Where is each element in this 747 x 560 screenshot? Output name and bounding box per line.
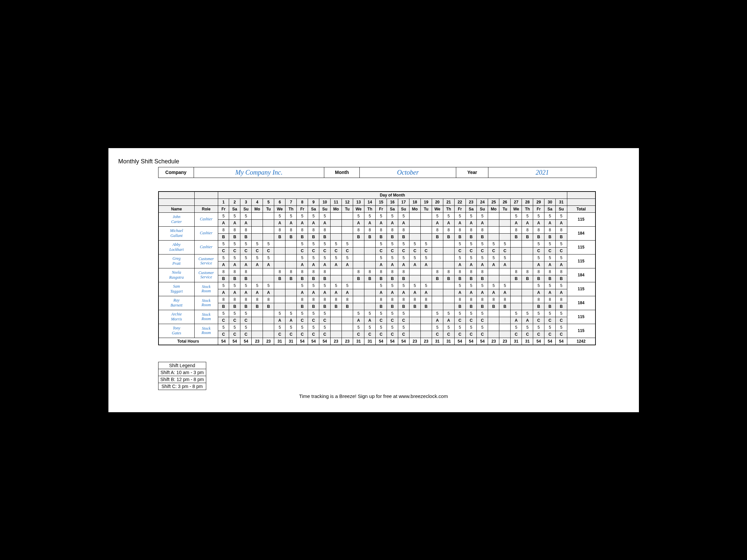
shift-cell: A — [387, 289, 398, 296]
column-total: 54 — [319, 338, 331, 345]
hours-cell — [342, 310, 353, 317]
shift-cell — [342, 317, 353, 324]
weekday-header: Th — [522, 206, 533, 212]
shift-cell — [499, 275, 511, 282]
employee-shift-row: CCCCCCCCCCCCCCCCCCCCCCC — [158, 247, 595, 254]
shift-cell: C — [409, 247, 420, 254]
hours-cell: 8 — [465, 268, 477, 275]
shift-cell: C — [465, 331, 477, 338]
hours-cell: 5 — [477, 212, 488, 219]
shift-cell: A — [522, 219, 533, 226]
hours-cell: 5 — [319, 240, 331, 247]
hours-cell: 5 — [409, 254, 420, 261]
weekday-header: Mo — [252, 206, 263, 212]
shift-cell — [488, 331, 499, 338]
shift-cell: C — [240, 247, 252, 254]
hours-cell: 5 — [387, 324, 398, 331]
employee-hours-row: MichaelGallantCashier8888888888888888888… — [158, 226, 595, 233]
shift-cell: A — [331, 261, 342, 268]
shift-cell: C — [240, 317, 252, 324]
shift-cell — [331, 331, 342, 338]
hours-cell: 8 — [556, 296, 567, 303]
hours-cell: 5 — [364, 212, 375, 219]
shift-cell — [263, 219, 274, 226]
column-total: 31 — [274, 338, 285, 345]
hours-cell: 5 — [511, 212, 522, 219]
shift-cell: C — [297, 317, 308, 324]
shift-cell: A — [319, 219, 331, 226]
hours-cell: 5 — [240, 282, 252, 289]
shift-cell: B — [364, 233, 375, 240]
column-total: 54 — [218, 338, 229, 345]
hours-cell: 8 — [263, 296, 274, 303]
hours-cell: 8 — [387, 268, 398, 275]
header-bar: Company My Company Inc. Month October Ye… — [158, 167, 596, 178]
day-number: 3 — [240, 198, 252, 206]
hours-cell — [353, 282, 364, 289]
column-total: 23 — [263, 338, 274, 345]
shift-cell — [285, 303, 297, 310]
shift-cell: A — [297, 289, 308, 296]
hours-cell: 5 — [511, 324, 522, 331]
shift-cell: B — [556, 233, 567, 240]
employee-total: 115 — [567, 310, 595, 324]
shift-cell — [252, 331, 263, 338]
day-number: 2 — [229, 198, 240, 206]
employee-name: AbbyLockhart — [158, 240, 195, 254]
weekday-header: Su — [477, 206, 488, 212]
day-number: 20 — [432, 198, 443, 206]
weekday-header: Mo — [331, 206, 342, 212]
employee-role: StockRoom — [195, 296, 218, 310]
shift-cell: B — [477, 303, 488, 310]
hours-cell: 5 — [499, 254, 511, 261]
hours-cell: 8 — [240, 226, 252, 233]
hours-cell — [511, 254, 522, 261]
hours-cell: 5 — [533, 324, 544, 331]
shift-cell: C — [319, 331, 331, 338]
shift-cell: A — [285, 219, 297, 226]
shift-cell: A — [229, 219, 240, 226]
weekday-header: We — [432, 206, 443, 212]
shift-cell: A — [544, 219, 556, 226]
shift-cell — [353, 261, 364, 268]
day-number: 28 — [522, 198, 533, 206]
shift-cell: C — [556, 317, 567, 324]
shift-cell: A — [297, 261, 308, 268]
hours-cell: 5 — [353, 212, 364, 219]
shift-cell: A — [274, 219, 285, 226]
shift-cell: B — [454, 303, 465, 310]
employee-total: 184 — [567, 296, 595, 310]
shift-cell: A — [432, 317, 443, 324]
shift-cell: B — [499, 303, 511, 310]
shift-cell: C — [218, 317, 229, 324]
shift-cell: C — [398, 331, 409, 338]
hours-cell — [499, 226, 511, 233]
shift-cell — [252, 317, 263, 324]
employee-role: StockRoom — [195, 324, 218, 338]
hours-cell — [285, 254, 297, 261]
hours-cell — [432, 240, 443, 247]
column-total: 54 — [387, 338, 398, 345]
hours-cell: 5 — [454, 254, 465, 261]
hours-cell: 8 — [477, 268, 488, 275]
shift-cell: A — [319, 261, 331, 268]
hours-cell: 5 — [240, 324, 252, 331]
company-label: Company — [158, 167, 194, 178]
hours-cell: 5 — [285, 212, 297, 219]
shift-cell: A — [263, 289, 274, 296]
shift-cell — [274, 247, 285, 254]
hours-cell: 8 — [511, 226, 522, 233]
weekday-header: Fr — [218, 206, 229, 212]
shift-cell — [432, 303, 443, 310]
hours-cell: 5 — [342, 282, 353, 289]
shift-cell: A — [522, 317, 533, 324]
shift-cell: B — [556, 303, 567, 310]
day-number: 14 — [364, 198, 375, 206]
day-number: 22 — [454, 198, 465, 206]
hours-cell: 5 — [465, 240, 477, 247]
day-number: 29 — [533, 198, 544, 206]
shift-cell: C — [274, 331, 285, 338]
shift-cell — [420, 233, 432, 240]
hours-cell: 5 — [297, 254, 308, 261]
hours-cell: 5 — [240, 310, 252, 317]
